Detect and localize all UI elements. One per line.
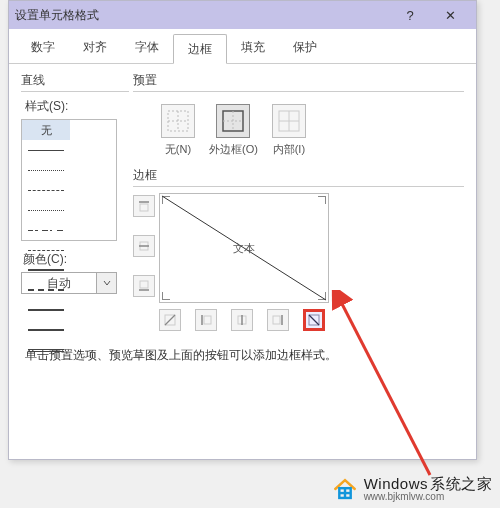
line-style-10[interactable] [22,320,70,340]
border-side-buttons [133,193,159,303]
line-column: 直线 样式(S): 无 颜色(C): 自动 [21,72,129,331]
tab-strip: 数字 对齐 字体 边框 填充 保护 [9,33,476,64]
line-style-2[interactable] [22,160,70,180]
preset-outline-label: 外边框(O) [209,142,258,157]
border-divider [133,186,464,187]
preset-divider [133,91,464,92]
preset-inside[interactable]: 内部(I) [272,104,306,157]
watermark-suffix: 系统之家 [430,475,492,492]
line-style-4[interactable] [22,200,70,220]
preset-inside-label: 内部(I) [273,142,305,157]
line-divider [21,91,129,92]
line-style-1[interactable] [22,140,70,160]
border-area: 文本 [133,193,464,303]
preset-row: 无(N) 外边框(O) 内部(I) [133,98,464,163]
help-button[interactable]: ? [390,1,430,29]
style-label: 样式(S): [25,98,129,115]
border-diag-up-button[interactable] [159,309,181,331]
svg-rect-10 [140,204,148,211]
svg-line-25 [309,315,319,325]
house-icon [332,476,358,502]
color-dropdown-button[interactable] [97,272,117,294]
dialog-content: 直线 样式(S): 无 颜色(C): 自动 [9,64,476,335]
border-middle-vertical-button[interactable] [231,309,253,331]
line-style-7[interactable] [22,260,70,280]
border-bottom-button-row [133,303,464,331]
border-middle-horizontal-button[interactable] [133,235,155,257]
line-section-title: 直线 [21,72,129,89]
border-right-button[interactable] [267,309,289,331]
watermark-brand: Windows [364,475,428,492]
border-left-button[interactable] [195,309,217,331]
border-section-title: 边框 [133,167,464,184]
window-title: 设置单元格格式 [15,7,390,24]
preset-outline-icon [216,104,250,138]
line-style-11[interactable] [22,340,70,360]
tab-alignment[interactable]: 对齐 [69,33,121,63]
tab-border[interactable]: 边框 [173,34,227,64]
close-button[interactable]: ✕ [430,1,470,29]
svg-rect-19 [204,316,211,324]
preset-inside-icon [272,104,306,138]
border-top-button[interactable] [133,195,155,217]
line-style-list[interactable]: 无 [21,119,117,241]
preset-border-column: 预置 无(N) 外边框(O) [129,72,464,331]
border-preview[interactable]: 文本 [159,193,329,303]
format-cells-dialog: 设置单元格格式 ? ✕ 数字 对齐 字体 边框 填充 保护 直线 样式(S): … [8,0,477,460]
tab-protection[interactable]: 保护 [279,33,331,63]
preview-sample-text: 文本 [233,241,255,256]
preset-outline[interactable]: 外边框(O) [209,104,258,157]
line-style-6[interactable] [22,240,70,260]
tab-number[interactable]: 数字 [17,33,69,63]
preset-none-label: 无(N) [165,142,191,157]
line-style-9[interactable] [22,300,70,320]
tab-font[interactable]: 字体 [121,33,173,63]
svg-rect-13 [140,281,148,288]
border-diag-down-button[interactable] [303,309,325,331]
preset-none[interactable]: 无(N) [161,104,195,157]
preset-section-title: 预置 [133,72,464,89]
border-bottom-button[interactable] [133,275,155,297]
chevron-down-icon [103,279,111,287]
svg-line-17 [165,315,175,325]
line-style-none[interactable]: 无 [22,120,70,140]
line-style-5[interactable] [22,220,70,240]
svg-rect-22 [273,316,280,324]
line-style-3[interactable] [22,180,70,200]
preset-none-icon [161,104,195,138]
titlebar: 设置单元格格式 ? ✕ [9,1,476,29]
instruction-text: 单击预置选项、预览草图及上面的按钮可以添加边框样式。 [9,335,476,364]
line-style-8[interactable] [22,280,70,300]
tab-fill[interactable]: 填充 [227,33,279,63]
watermark-url: www.bjkmlvw.com [364,492,492,503]
watermark: Windows系统之家 www.bjkmlvw.com [332,476,492,502]
